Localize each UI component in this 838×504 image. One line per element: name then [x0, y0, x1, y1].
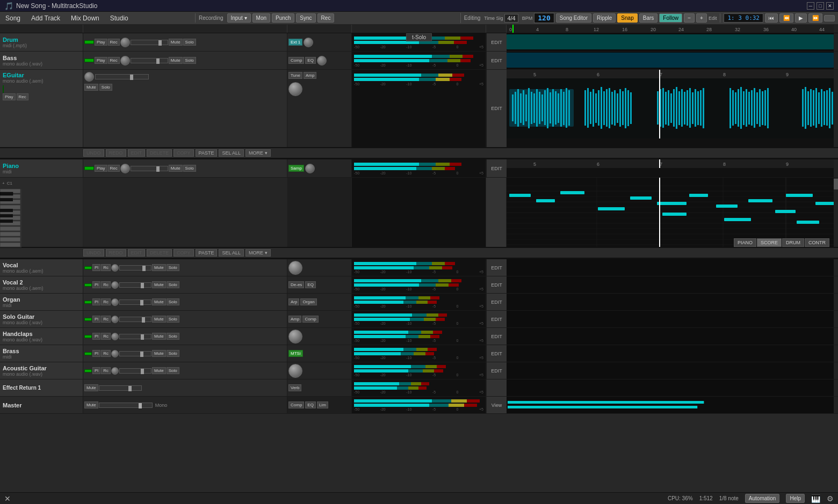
sologuitar-play-btn[interactable]: Pl [92, 316, 100, 323]
sologuitar-pan-knob[interactable] [111, 316, 119, 323]
piano-copy-btn[interactable]: COPY [174, 249, 194, 257]
contr-btn[interactable]: CONTR [805, 238, 829, 247]
handclaps-edit-btn[interactable]: EDIT [486, 328, 507, 345]
master-comp-btn[interactable]: Comp [288, 401, 304, 408]
sologuitar-edit-btn[interactable]: EDIT [486, 311, 507, 327]
top-redo-btn[interactable]: REDO [106, 149, 126, 157]
vocal2-edit-btn[interactable]: EDIT [486, 276, 507, 293]
input-btn[interactable]: Input ▾ [227, 13, 251, 23]
piano-delete-btn[interactable]: DELETE [147, 249, 172, 257]
handclaps-rec-btn[interactable]: Rc [101, 333, 111, 340]
er-edit-btn[interactable] [486, 379, 507, 396]
handclaps-solo-btn[interactable]: Solo [167, 333, 179, 340]
bass-vol-fader[interactable] [131, 58, 168, 63]
eguitar-amp-btn[interactable]: Amp [304, 72, 316, 79]
brass-mtsi-btn[interactable]: MTSi [288, 350, 303, 357]
mon-btn[interactable]: Mon [252, 13, 270, 23]
piano-edit-btn[interactable]: EDIT [486, 159, 507, 177]
brass-solo-btn[interactable]: Solo [167, 350, 179, 357]
organ-mute-btn[interactable]: Mute [152, 298, 166, 305]
er-verb-btn[interactable]: Verb [288, 384, 301, 391]
handclaps-fader[interactable] [119, 334, 151, 339]
ripple-btn[interactable]: Ripple [593, 13, 616, 23]
piano-paste-btn[interactable]: PASTE [196, 249, 218, 257]
brass-play-btn[interactable]: Pl [92, 350, 100, 357]
snap-btn[interactable]: Snap [617, 13, 637, 23]
handclaps-mute-btn[interactable]: Mute [152, 333, 166, 340]
drum-view-btn[interactable]: DRUM [782, 238, 804, 247]
score-btn[interactable]: SCORE [757, 238, 782, 247]
minimize-btn[interactable]: ─ [807, 2, 814, 10]
bass-comp-btn[interactable]: Comp [288, 57, 304, 64]
piano-edit-btn[interactable]: EDIT [128, 249, 146, 257]
menu-mixdown[interactable]: Mix Down [66, 12, 105, 24]
bass-fx-knob[interactable] [317, 56, 327, 65]
vocal2-solo-btn[interactable]: Solo [167, 281, 179, 288]
drum-solo-btn[interactable]: Solo [183, 39, 196, 46]
next-btn[interactable]: ⏩ [808, 13, 822, 23]
organ-arp-btn[interactable]: Arp [288, 298, 299, 305]
eguitar-play-btn[interactable]: Play [3, 93, 16, 100]
vocal2-eq-btn[interactable]: EQ [305, 281, 316, 288]
top-edit-btn[interactable]: EDIT [128, 149, 146, 157]
piano-undo-btn[interactable]: UNDO [83, 249, 104, 257]
piano-solo-btn[interactable]: Solo [183, 165, 196, 172]
sologuitar-fader[interactable] [119, 317, 151, 322]
handclaps-play-btn[interactable]: Pl [92, 333, 100, 340]
vocal-solo-btn[interactable]: Solo [167, 264, 179, 271]
top-undo-btn[interactable]: UNDO [83, 149, 104, 157]
er-mute-btn[interactable]: Mute [84, 384, 98, 391]
vocal-fx-knob[interactable] [288, 261, 302, 275]
ag-solo-btn[interactable]: Solo [167, 367, 179, 374]
vocal-edit-btn[interactable]: EDIT [486, 259, 507, 276]
sologuitar-amp-btn[interactable]: Amp [288, 316, 301, 323]
vocal-fader[interactable] [119, 265, 151, 271]
eguitar-rec-btn[interactable]: Rec [17, 93, 28, 100]
automation-btn[interactable]: Automation [745, 494, 780, 503]
organ-pan-knob[interactable] [111, 298, 119, 306]
eguitar-mute-btn[interactable]: Mute [84, 84, 98, 91]
vocal2-dees-btn[interactable]: De-es [288, 281, 304, 288]
settings-icon[interactable]: ⚙ [827, 494, 834, 503]
top-delete-btn[interactable]: DELETE [147, 149, 172, 157]
vocal-rec-btn[interactable]: Rc [101, 264, 111, 271]
menu-addtrack[interactable]: Add Track [26, 12, 66, 24]
sologuitar-comp-btn[interactable]: Comp [302, 316, 318, 323]
eguitar-fx-knob1[interactable] [288, 82, 302, 96]
punch-btn[interactable]: Punch [272, 13, 294, 23]
vocal2-fader[interactable] [119, 282, 151, 288]
brass-pan-knob[interactable] [111, 350, 119, 357]
rewind-btn[interactable]: ⏮ [765, 13, 778, 23]
organ-edit-btn[interactable]: EDIT [486, 294, 507, 310]
vocal2-play-btn[interactable]: Pl [92, 281, 100, 288]
sologuitar-solo-btn[interactable]: Solo [167, 316, 179, 323]
help-btn[interactable]: Help [786, 494, 805, 503]
organ-fader[interactable] [119, 300, 151, 305]
piano-btn[interactable]: PIANO [734, 238, 756, 247]
organ-organ-btn[interactable]: Organ [300, 298, 316, 305]
organ-solo-btn[interactable]: Solo [167, 298, 179, 305]
piano-fx-knob[interactable] [305, 164, 315, 173]
master-fader[interactable] [99, 403, 153, 408]
piano-mute-btn[interactable]: Mute [169, 165, 183, 172]
master-lim-btn[interactable]: Lim [317, 401, 328, 408]
eguitar-pan-knob[interactable] [84, 72, 94, 82]
eguitar-edit-btn[interactable]: EDIT [486, 70, 507, 147]
master-eq-btn[interactable]: EQ [305, 401, 316, 408]
handclaps-fx-knob[interactable] [288, 330, 302, 344]
rec-btn[interactable]: Rec [317, 13, 335, 23]
vocal2-rec-btn[interactable]: Rc [101, 281, 111, 288]
vocal-mute-btn[interactable]: Mute [152, 264, 166, 271]
ag-fx-knob[interactable] [288, 364, 302, 378]
er-fader[interactable] [99, 385, 142, 391]
sologuitar-rec-btn[interactable]: Rc [101, 316, 111, 323]
sync-btn[interactable]: Sync [296, 13, 315, 23]
drum-rec-btn[interactable]: Rec [108, 39, 120, 46]
top-copy-btn[interactable]: COPY [174, 149, 194, 157]
bass-eq-btn[interactable]: EQ [305, 57, 316, 64]
drum-edit-btn[interactable]: EDIT [486, 33, 507, 51]
drum-pan-knob[interactable] [120, 38, 130, 47]
brass-mute-btn[interactable]: Mute [152, 350, 166, 357]
sologuitar-mute-btn[interactable]: Mute [152, 316, 166, 323]
master-view-btn[interactable]: View [486, 397, 507, 413]
